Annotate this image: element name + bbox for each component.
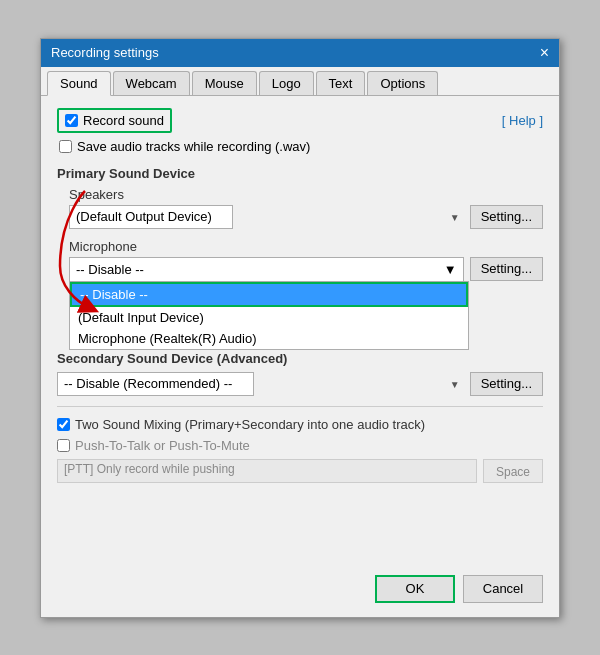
microphone-dropdown-container: -- Disable -- ▼ Setting... -- Disable --… (69, 257, 543, 281)
tab-options[interactable]: Options (367, 71, 438, 95)
two-sound-checkbox[interactable] (57, 418, 70, 431)
tab-webcam[interactable]: Webcam (113, 71, 190, 95)
mic-option-realtek[interactable]: Microphone (Realtek(R) Audio) (70, 328, 468, 349)
record-sound-checkbox-label[interactable]: Record sound (57, 108, 172, 133)
speakers-dropdown-arrow: ▼ (450, 211, 460, 222)
ptt-dropdown-row: [PTT] Only record while pushing Space (57, 459, 543, 483)
ptt-checkbox[interactable] (57, 439, 70, 452)
tab-logo[interactable]: Logo (259, 71, 314, 95)
speakers-row: (Default Output Device) ▼ Setting... (69, 205, 543, 229)
secondary-section: Secondary Sound Device (Advanced) -- Dis… (57, 351, 543, 396)
save-wav-checkbox[interactable] (59, 140, 72, 153)
ptt-label: Push-To-Talk or Push-To-Mute (75, 438, 250, 453)
secondary-section-label: Secondary Sound Device (Advanced) (57, 351, 543, 366)
mic-selected-value: -- Disable -- (76, 262, 144, 277)
two-sound-label: Two Sound Mixing (Primary+Secondary into… (75, 417, 425, 432)
speakers-dropdown[interactable]: (Default Output Device) (69, 205, 233, 229)
tab-bar: Sound Webcam Mouse Logo Text Options (41, 67, 559, 96)
ptt-row: Push-To-Talk or Push-To-Mute (57, 438, 543, 453)
mic-dropdown-arrow: ▼ (444, 262, 457, 277)
button-row: OK Cancel (41, 565, 559, 617)
record-sound-row: Record sound [ Help ] (57, 108, 543, 133)
microphone-section: Microphone -- Disable -- ▼ Setting... --… (69, 239, 543, 281)
tab-content: Record sound [ Help ] Save audio tracks … (41, 96, 559, 565)
primary-section-label: Primary Sound Device (57, 166, 543, 181)
close-button[interactable]: × (540, 45, 549, 61)
tab-sound[interactable]: Sound (47, 71, 111, 96)
tab-text[interactable]: Text (316, 71, 366, 95)
mic-option-default-input[interactable]: (Default Input Device) (70, 307, 468, 328)
speakers-section: Speakers (Default Output Device) ▼ Setti… (69, 187, 543, 229)
mic-option-disable[interactable]: -- Disable -- (70, 282, 468, 307)
microphone-dropdown-list: -- Disable -- (Default Input Device) Mic… (69, 281, 469, 350)
save-wav-row: Save audio tracks while recording (.wav) (59, 139, 543, 154)
speakers-label: Speakers (69, 187, 543, 202)
microphone-setting-button[interactable]: Setting... (470, 257, 543, 281)
secondary-dropdown-wrapper: -- Disable (Recommended) -- ▼ (57, 372, 464, 396)
microphone-label: Microphone (69, 239, 543, 254)
cancel-button[interactable]: Cancel (463, 575, 543, 603)
record-sound-checkbox[interactable] (65, 114, 78, 127)
speakers-setting-button[interactable]: Setting... (470, 205, 543, 229)
two-sound-row: Two Sound Mixing (Primary+Secondary into… (57, 417, 543, 432)
title-bar: Recording settings × (41, 39, 559, 67)
tab-mouse[interactable]: Mouse (192, 71, 257, 95)
separator (57, 406, 543, 407)
help-link[interactable]: [ Help ] (502, 113, 543, 128)
save-wav-label: Save audio tracks while recording (.wav) (77, 139, 310, 154)
record-sound-text: Record sound (83, 113, 164, 128)
mic-select-row: -- Disable -- ▼ Setting... (69, 257, 543, 281)
dialog-title: Recording settings (51, 45, 159, 60)
ok-button[interactable]: OK (375, 575, 455, 603)
microphone-dropdown-display[interactable]: -- Disable -- ▼ (69, 257, 464, 281)
secondary-row: -- Disable (Recommended) -- ▼ Setting... (57, 372, 543, 396)
secondary-dropdown[interactable]: -- Disable (Recommended) -- (57, 372, 254, 396)
speakers-dropdown-wrapper: (Default Output Device) ▼ (69, 205, 464, 229)
recording-settings-dialog: Recording settings × Sound Webcam Mouse … (40, 38, 560, 618)
ptt-dropdown-display: [PTT] Only record while pushing (57, 459, 477, 483)
ptt-key-display: Space (483, 459, 543, 483)
secondary-setting-button[interactable]: Setting... (470, 372, 543, 396)
secondary-dropdown-arrow: ▼ (450, 378, 460, 389)
